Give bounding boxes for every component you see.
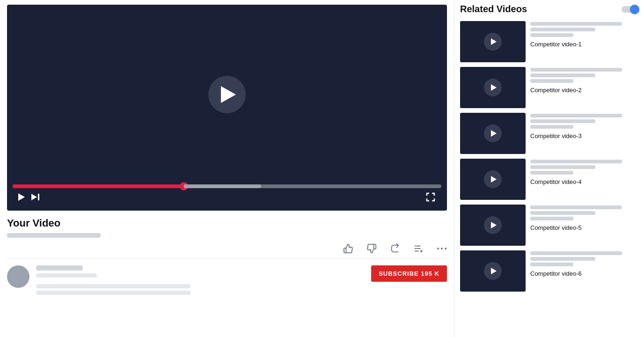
svg-point-7 [445, 248, 446, 249]
related-thumb-5 [460, 205, 526, 246]
related-video-title-3: Competitor video-3 [530, 132, 638, 139]
related-meta-line-medium-4 [530, 165, 595, 169]
related-play-triangle-5 [491, 222, 497, 228]
related-video-item[interactable]: Competitor video-4 [460, 159, 638, 200]
related-play-btn-3 [484, 125, 502, 142]
related-play-btn-6 [484, 262, 502, 280]
related-video-title-2: Competitor video-2 [530, 87, 638, 94]
related-play-btn-1 [484, 33, 502, 51]
related-play-triangle-2 [491, 84, 497, 91]
skip-button[interactable] [31, 194, 39, 200]
related-videos-container: Competitor video-1 Competitor video-2 [460, 21, 638, 292]
toggle-thumb [630, 5, 639, 14]
progress-bar[interactable] [13, 184, 441, 188]
video-actions-row [7, 243, 447, 259]
dislike-button[interactable] [366, 243, 377, 254]
video-subtitle-placeholder [7, 233, 101, 238]
related-video-item[interactable]: Competitor video-5 [460, 205, 638, 246]
related-meta-line-long-5 [530, 205, 622, 209]
related-meta-line-short-3 [530, 125, 573, 129]
share-button[interactable] [390, 243, 400, 254]
desc-line-1 [36, 284, 190, 288]
channel-sub-placeholder [36, 273, 97, 278]
related-meta-line-long-6 [530, 251, 622, 255]
desc-line-2 [36, 291, 190, 295]
player-controls [13, 192, 441, 207]
add-to-playlist-button[interactable] [413, 243, 424, 254]
play-triangle-icon [221, 86, 236, 103]
related-meta-line-long-4 [530, 160, 622, 163]
toggle-track [622, 6, 638, 13]
related-meta-line-short-6 [530, 263, 573, 266]
channel-meta [36, 265, 190, 295]
sidebar-title: Related Videos [460, 4, 527, 15]
related-meta-2: Competitor video-2 [530, 67, 638, 94]
main-content: Your Video [0, 0, 454, 337]
related-video-item[interactable]: Competitor video-6 [460, 250, 638, 292]
svg-point-6 [441, 248, 443, 249]
related-play-btn-4 [484, 170, 502, 188]
related-thumb-6 [460, 250, 526, 292]
related-meta-4: Competitor video-4 [530, 159, 638, 185]
skip-triangle [31, 194, 37, 200]
related-video-item[interactable]: Competitor video-1 [460, 21, 638, 62]
like-button[interactable] [343, 243, 353, 254]
more-options-button[interactable] [437, 247, 447, 250]
play-button-large[interactable] [208, 76, 246, 113]
related-play-btn-5 [484, 216, 502, 234]
related-play-triangle-1 [491, 38, 497, 45]
related-meta-line-medium-5 [530, 211, 595, 215]
channel-name-placeholder [36, 265, 83, 271]
related-video-item[interactable]: Competitor video-3 [460, 113, 638, 154]
related-meta-1: Competitor video-1 [530, 21, 638, 48]
related-meta-3: Competitor video-3 [530, 113, 638, 139]
related-meta-line-short-4 [530, 171, 573, 175]
related-meta-line-short-5 [530, 217, 573, 220]
related-meta-line-short-1 [530, 33, 573, 37]
related-play-triangle-3 [491, 130, 497, 137]
related-meta-line-medium-3 [530, 119, 595, 123]
progress-buffered [184, 184, 261, 188]
channel-avatar[interactable] [7, 265, 29, 288]
fullscreen-icon [425, 192, 436, 202]
play-icon [18, 193, 25, 201]
related-thumb-3 [460, 113, 526, 154]
related-meta-line-long-2 [530, 68, 622, 72]
related-thumb-2 [460, 67, 526, 108]
related-meta-5: Competitor video-5 [530, 205, 638, 231]
related-meta-line-short-2 [530, 79, 573, 83]
play-pause-button[interactable] [18, 193, 25, 201]
video-player [7, 5, 447, 211]
sidebar-header: Related Videos [460, 4, 638, 15]
related-video-title-4: Competitor video-4 [530, 178, 638, 185]
subscribe-button[interactable]: SUBSCRIBE 195 K [371, 265, 447, 282]
channel-description [36, 284, 190, 295]
related-thumb-4 [460, 159, 526, 200]
related-video-item[interactable]: Competitor video-2 [460, 67, 638, 108]
video-center [7, 5, 447, 184]
channel-row: SUBSCRIBE 195 K [7, 265, 447, 300]
related-play-triangle-6 [491, 268, 497, 274]
skip-bar [38, 194, 39, 200]
autoplay-toggle[interactable] [622, 6, 638, 13]
related-play-btn-2 [484, 79, 502, 96]
related-video-title-5: Competitor video-5 [530, 224, 638, 231]
related-meta-line-medium-1 [530, 28, 595, 31]
related-meta-line-medium-2 [530, 73, 595, 77]
svg-point-5 [437, 248, 439, 249]
progress-area [7, 184, 447, 211]
related-thumb-1 [460, 21, 526, 62]
related-meta-line-long-3 [530, 114, 622, 117]
related-meta-line-long-1 [530, 22, 622, 26]
fullscreen-button[interactable] [425, 192, 436, 202]
progress-filled [13, 184, 184, 188]
related-meta-6: Competitor video-6 [530, 250, 638, 277]
video-info: Your Video [7, 211, 447, 300]
controls-left [18, 193, 39, 201]
related-play-triangle-4 [491, 176, 497, 183]
related-video-title-1: Competitor video-1 [530, 41, 638, 48]
related-meta-line-medium-6 [530, 257, 595, 261]
video-title: Your Video [7, 217, 447, 229]
skip-icon [31, 194, 39, 200]
channel-left [7, 265, 190, 295]
